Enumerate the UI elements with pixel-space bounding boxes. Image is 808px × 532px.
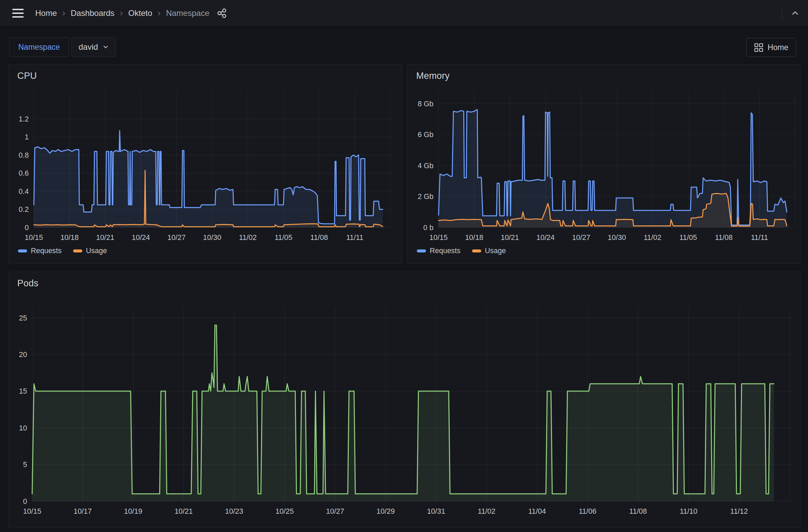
- legend-item-usage[interactable]: Usage: [73, 247, 107, 255]
- share-icon[interactable]: [217, 8, 227, 18]
- memory-legend: RequestsUsage: [417, 247, 506, 255]
- x-axis-tick-label: 10/31: [427, 507, 445, 515]
- pods-pods-fill: [32, 325, 774, 501]
- pods-panel-title[interactable]: Pods: [17, 278, 38, 289]
- x-axis-tick-label: 10/27: [572, 233, 590, 242]
- x-axis-tick-label: 10/30: [203, 233, 221, 242]
- x-axis-tick-label: 10/15: [23, 507, 41, 515]
- legend-item-requests[interactable]: Requests: [417, 247, 461, 255]
- y-axis-tick-label: 0.6: [19, 169, 29, 177]
- x-axis-tick-label: 11/04: [528, 507, 546, 515]
- memory-requests-line: [439, 110, 787, 225]
- chevron-up-icon[interactable]: [782, 0, 808, 26]
- y-axis-tick-label: 15: [19, 387, 27, 395]
- x-axis-tick-label: 10/15: [429, 233, 448, 242]
- x-axis-tick-label: 11/02: [239, 233, 257, 242]
- y-axis-tick-label: 0.4: [19, 188, 29, 196]
- x-axis-tick-label: 10/23: [225, 507, 243, 515]
- chevron-down-icon: [103, 44, 109, 50]
- x-axis-tick-label: 11/10: [680, 507, 697, 515]
- legend-swatch: [417, 249, 426, 252]
- x-axis-tick-label: 11/08: [310, 233, 328, 242]
- y-axis-tick-label: 8 Gb: [418, 100, 434, 108]
- x-axis-tick-label: 10/21: [175, 507, 193, 515]
- y-axis-tick-label: 4 Gb: [418, 162, 434, 170]
- x-axis-tick-label: 10/18: [60, 233, 78, 242]
- y-axis-tick-label: 20: [19, 350, 27, 359]
- cpu-panel: CPU 00.20.40.60.811.210/1510/1810/2110/2…: [8, 64, 402, 264]
- variable-value: david: [78, 42, 98, 52]
- memory-panel: Memory 0 b2 Gb4 Gb6 Gb8 Gb10/1510/1810/2…: [407, 64, 801, 264]
- x-axis-tick-label: 10/19: [124, 507, 142, 515]
- x-axis-tick-label: 10/29: [377, 507, 395, 515]
- x-axis-tick-label: 10/17: [73, 507, 92, 515]
- cpu-chart: 00.20.40.60.811.210/1510/1810/2110/2410/…: [8, 65, 403, 264]
- x-axis-tick-label: 10/24: [536, 233, 555, 242]
- y-axis-tick-label: 2 Gb: [418, 193, 434, 201]
- x-axis-tick-label: 10/24: [132, 233, 150, 242]
- y-axis-tick-label: 6 Gb: [418, 131, 434, 139]
- legend-label: Requests: [430, 247, 461, 255]
- x-axis-tick-label: 10/25: [276, 507, 294, 515]
- legend-label: Requests: [31, 247, 62, 255]
- variable-label-namespace: Namespace: [9, 37, 69, 57]
- variable-value-dropdown[interactable]: david: [71, 37, 116, 57]
- legend-item-usage[interactable]: Usage: [472, 247, 506, 255]
- x-axis-tick-label: 10/27: [326, 507, 344, 515]
- breadcrumb-namespace: Namespace: [166, 8, 209, 18]
- menu-icon[interactable]: [12, 9, 24, 18]
- home-button-label: Home: [768, 43, 788, 52]
- memory-panel-title[interactable]: Memory: [416, 71, 450, 81]
- x-axis-tick-label: 10/18: [465, 233, 483, 242]
- breadcrumb-separator: ›: [158, 8, 161, 18]
- legend-swatch: [73, 249, 82, 252]
- x-axis-tick-label: 11/02: [478, 507, 495, 515]
- top-nav: Home › Dashboards › Okteto › Namespace: [0, 0, 808, 26]
- x-axis-tick-label: 10/15: [25, 233, 43, 242]
- cpu-legend: RequestsUsage: [18, 247, 107, 255]
- x-axis-tick-label: 11/12: [730, 507, 748, 515]
- y-axis-tick-label: 1.2: [19, 115, 29, 123]
- x-axis-tick-label: 10/27: [167, 233, 186, 242]
- x-axis-tick-label: 11/08: [629, 507, 647, 515]
- breadcrumb-separator: ›: [120, 8, 123, 18]
- y-axis-tick-label: 0.8: [19, 151, 29, 159]
- memory-requests-fill: [439, 110, 787, 227]
- x-axis-tick-label: 11/11: [346, 233, 363, 242]
- apps-grid-icon: [754, 43, 763, 52]
- pods-chart: 051015202510/1510/1710/1910/2110/2310/25…: [8, 272, 801, 528]
- y-axis-tick-label: 1: [25, 133, 29, 141]
- legend-swatch: [472, 249, 481, 252]
- legend-swatch: [18, 249, 27, 252]
- x-axis-tick-label: 11/02: [644, 233, 661, 242]
- y-axis-tick-label: 0 b: [423, 224, 434, 232]
- x-axis-tick-label: 11/08: [715, 233, 733, 242]
- breadcrumb-dashboards[interactable]: Dashboards: [71, 8, 114, 18]
- y-axis-tick-label: 0.2: [19, 205, 29, 213]
- breadcrumb: Home › Dashboards › Okteto › Namespace: [35, 8, 209, 18]
- y-axis-tick-label: 0: [25, 224, 29, 232]
- legend-label: Usage: [86, 247, 107, 255]
- y-axis-tick-label: 5: [23, 461, 27, 469]
- breadcrumb-okteto[interactable]: Okteto: [128, 8, 152, 18]
- cpu-requests-fill: [34, 131, 383, 227]
- x-axis-tick-label: 10/30: [608, 233, 626, 242]
- breadcrumb-home[interactable]: Home: [35, 8, 57, 18]
- x-axis-tick-label: 10/21: [96, 233, 114, 242]
- memory-chart: 0 b2 Gb4 Gb6 Gb8 Gb10/1510/1810/2110/241…: [407, 65, 801, 264]
- pods-panel: Pods 051015202510/1510/1710/1910/2110/23…: [8, 272, 801, 528]
- x-axis-tick-label: 11/05: [275, 233, 292, 242]
- y-axis-tick-label: 25: [19, 314, 27, 322]
- x-axis-tick-label: 11/05: [679, 233, 697, 242]
- x-axis-tick-label: 10/21: [501, 233, 519, 242]
- y-axis-tick-label: 10: [19, 424, 27, 432]
- legend-label: Usage: [485, 247, 506, 255]
- cpu-panel-title[interactable]: CPU: [17, 71, 37, 81]
- x-axis-tick-label: 11/11: [751, 233, 768, 242]
- legend-item-requests[interactable]: Requests: [18, 247, 62, 255]
- home-dashboard-button[interactable]: Home: [746, 38, 796, 57]
- breadcrumb-separator: ›: [62, 8, 66, 18]
- y-axis-tick-label: 0: [23, 497, 27, 506]
- nav-right: [782, 0, 808, 26]
- x-axis-tick-label: 11/06: [579, 507, 596, 515]
